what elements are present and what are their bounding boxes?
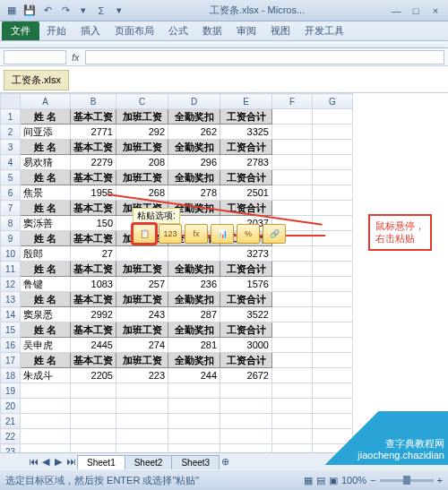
- sheet-tab[interactable]: Sheet2: [125, 455, 173, 469]
- cell[interactable]: 2771: [71, 125, 116, 140]
- cell[interactable]: [272, 277, 313, 292]
- cell[interactable]: 3000: [220, 338, 272, 353]
- grid-table[interactable]: A B C D E F G 1姓 名基本工资加班工资全勤奖扣工资合计2间亚添27…: [0, 93, 353, 460]
- cell[interactable]: 加班工资: [116, 353, 168, 368]
- cell[interactable]: 姓 名: [21, 140, 71, 155]
- cell[interactable]: [313, 125, 353, 140]
- cell[interactable]: 基本工资: [71, 109, 116, 125]
- cell[interactable]: 2501: [220, 185, 272, 201]
- workbook-tab[interactable]: 工资条.xlsx: [4, 70, 69, 90]
- cell[interactable]: [313, 140, 353, 155]
- cell[interactable]: 262: [168, 125, 220, 140]
- cell[interactable]: 全勤奖扣: [168, 292, 220, 307]
- paste-option-keep-formatting[interactable]: 📋: [133, 224, 156, 244]
- cell[interactable]: 27: [71, 246, 116, 262]
- cell[interactable]: [272, 353, 313, 368]
- row-header[interactable]: 13: [1, 292, 21, 307]
- cell[interactable]: [71, 399, 116, 414]
- cell[interactable]: [116, 414, 168, 429]
- cell[interactable]: 姓 名: [21, 322, 71, 338]
- col-header[interactable]: G: [313, 94, 353, 109]
- cell[interactable]: [71, 414, 116, 429]
- row-header[interactable]: 18: [1, 368, 21, 383]
- cell[interactable]: 工资合计: [220, 292, 272, 307]
- cell[interactable]: 150: [71, 216, 116, 231]
- cell[interactable]: 296: [168, 155, 220, 170]
- row-header[interactable]: 11: [1, 262, 21, 277]
- cell[interactable]: 244: [168, 368, 220, 383]
- row-header[interactable]: 14: [1, 307, 21, 322]
- row-header[interactable]: 17: [1, 353, 21, 368]
- cell[interactable]: 加班工资: [116, 322, 168, 338]
- cell[interactable]: [168, 399, 220, 414]
- cell[interactable]: [272, 125, 313, 140]
- cell[interactable]: 工资合计: [220, 353, 272, 368]
- row-header[interactable]: 12: [1, 277, 21, 292]
- tab-home[interactable]: 开始: [39, 21, 73, 40]
- cell[interactable]: 257: [116, 277, 168, 292]
- row-header[interactable]: 10: [1, 246, 21, 262]
- tab-review[interactable]: 审阅: [229, 21, 263, 40]
- cell[interactable]: 基本工资: [71, 353, 116, 368]
- cell[interactable]: 基本工资: [71, 231, 116, 246]
- cell[interactable]: [313, 170, 353, 185]
- paste-option-formulas[interactable]: fx: [185, 224, 208, 244]
- cell[interactable]: 2783: [220, 155, 272, 170]
- cell[interactable]: 全勤奖扣: [168, 109, 220, 125]
- cell[interactable]: 1576: [220, 277, 272, 292]
- sheet-nav-first-icon[interactable]: ⏮: [27, 456, 39, 469]
- cell[interactable]: [220, 414, 272, 429]
- cell[interactable]: 全勤奖扣: [168, 170, 220, 185]
- cell[interactable]: 工资合计: [220, 262, 272, 277]
- row-header[interactable]: 5: [1, 170, 21, 185]
- cell[interactable]: 工资合计: [220, 170, 272, 185]
- zoom-level[interactable]: 100%: [341, 475, 366, 486]
- cell[interactable]: 2279: [71, 155, 116, 170]
- excel-icon[interactable]: ▦: [4, 3, 20, 19]
- cell[interactable]: 全勤奖扣: [168, 353, 220, 368]
- save-icon[interactable]: 💾: [22, 3, 38, 19]
- cell[interactable]: 工资合计: [220, 322, 272, 338]
- cell[interactable]: [272, 246, 313, 262]
- cell[interactable]: [168, 246, 220, 262]
- row-header[interactable]: 3: [1, 140, 21, 155]
- cell[interactable]: [71, 429, 116, 444]
- cell[interactable]: 2672: [220, 368, 272, 383]
- col-header[interactable]: B: [71, 94, 116, 109]
- cell[interactable]: [272, 109, 313, 125]
- cell[interactable]: 间亚添: [21, 125, 71, 140]
- cell[interactable]: [168, 383, 220, 399]
- cell[interactable]: 姓 名: [21, 170, 71, 185]
- row-header[interactable]: 15: [1, 322, 21, 338]
- zoom-out-button[interactable]: −: [370, 475, 375, 486]
- cell[interactable]: [313, 155, 353, 170]
- paste-option-values[interactable]: 123: [159, 224, 182, 244]
- cell[interactable]: 易欢猜: [21, 155, 71, 170]
- cell[interactable]: [272, 140, 313, 155]
- cell[interactable]: 3273: [220, 246, 272, 262]
- cell[interactable]: 加班工资: [116, 292, 168, 307]
- tab-insert[interactable]: 插入: [73, 21, 108, 40]
- cell[interactable]: 姓 名: [21, 292, 71, 307]
- row-header[interactable]: 20: [1, 399, 21, 414]
- cell[interactable]: 基本工资: [71, 262, 116, 277]
- cell[interactable]: 278: [168, 185, 220, 201]
- col-header[interactable]: A: [21, 94, 71, 109]
- cell[interactable]: 287: [168, 307, 220, 322]
- paste-option-formatting[interactable]: %: [237, 224, 260, 244]
- cell[interactable]: [313, 368, 353, 383]
- qat-dropdown-icon[interactable]: ▾: [111, 3, 127, 19]
- sheet-nav-last-icon[interactable]: ⏭: [65, 456, 77, 469]
- cell[interactable]: 鲁键: [21, 277, 71, 292]
- cell[interactable]: [21, 399, 71, 414]
- cell[interactable]: 281: [168, 338, 220, 353]
- cell[interactable]: 3522: [220, 307, 272, 322]
- cell[interactable]: [21, 429, 71, 444]
- cell[interactable]: [220, 429, 272, 444]
- cell[interactable]: 吴申虎: [21, 338, 71, 353]
- cell[interactable]: 加班工资: [116, 262, 168, 277]
- row-header[interactable]: 2: [1, 125, 21, 140]
- cell[interactable]: [116, 429, 168, 444]
- tab-layout[interactable]: 页面布局: [108, 21, 161, 40]
- cell[interactable]: [313, 185, 353, 201]
